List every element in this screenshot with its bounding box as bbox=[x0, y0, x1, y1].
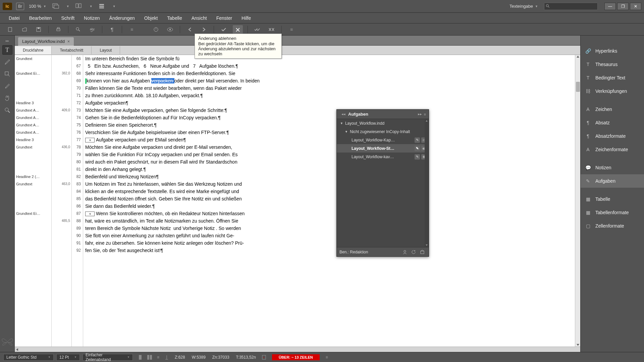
column-single-icon[interactable] bbox=[136, 354, 144, 361]
menu-schrift[interactable]: Schrift bbox=[56, 13, 79, 23]
search-input[interactable] bbox=[544, 3, 598, 10]
edit-icon[interactable]: ✎ bbox=[415, 154, 420, 160]
info-icon[interactable] bbox=[163, 354, 171, 361]
reject-all-icon[interactable] bbox=[267, 25, 277, 34]
panel-tab-absatzformate[interactable]: ¶Absatzformate bbox=[581, 129, 644, 143]
panel-tab-tabellenformate[interactable]: ▦Tabellenformate bbox=[581, 206, 644, 219]
maximize-button[interactable]: ❐ bbox=[617, 3, 629, 10]
text-line[interactable]: Sie dann das Bedienfeld wieder.¶ bbox=[85, 202, 575, 210]
close-button[interactable]: ✕ bbox=[630, 3, 641, 10]
text-line[interactable]: fahr, eine zu übersehen. Sie können kein… bbox=[85, 239, 575, 247]
menu-datei[interactable]: Datei bbox=[4, 13, 24, 23]
panel-tab-absatz[interactable]: ¶Absatz bbox=[581, 116, 644, 129]
text-line[interactable]: teren Bereich die Symbole Nächste Notiz … bbox=[85, 225, 575, 232]
text-line[interactable]: Gehen Sie in die Bedienfeldoptionen auf … bbox=[85, 114, 575, 121]
panel-tab-verknüpfungen[interactable]: ⛓Verknüpfungen bbox=[581, 84, 644, 98]
minimize-button[interactable]: — bbox=[604, 3, 616, 10]
hand-tool-icon[interactable] bbox=[2, 94, 12, 103]
zoom-tool-icon[interactable] bbox=[2, 106, 12, 115]
eyedropper-tool-icon[interactable] bbox=[2, 81, 12, 91]
view-options-dropdown-icon[interactable]: ▼ bbox=[113, 5, 116, 8]
vertical-scrollbar[interactable] bbox=[575, 55, 580, 347]
bridge-icon[interactable]: Br bbox=[16, 3, 24, 10]
text-line[interactable]: Um Notizen im Text zu hinterlassen, wähl… bbox=[85, 180, 575, 188]
text-line[interactable]: Möchten Sie eine Aufgabe verpacken und d… bbox=[85, 143, 575, 151]
open-icon[interactable] bbox=[19, 25, 30, 34]
panel-tab-bedingter text[interactable]: TBedingter Text bbox=[581, 71, 644, 84]
text-line[interactable]: Sie flott von einer Anmerkung zur nächst… bbox=[85, 232, 575, 239]
text-line[interactable]: zu Ihnen zurückkommt. Abb. 18.10 Aufgabe… bbox=[85, 92, 575, 99]
text-line[interactable]: direkt in den Anhang gelegt.¶ bbox=[85, 166, 575, 173]
reject-change-icon[interactable] bbox=[233, 25, 243, 34]
menu-hilfe[interactable]: Hilfe bbox=[237, 13, 256, 23]
text-line[interactable]: Möchten Sie eine Aufgabe verpacken, gehe… bbox=[85, 107, 575, 114]
next-change-icon[interactable] bbox=[199, 25, 209, 34]
toolbar-menu-icon[interactable]: ≡ bbox=[127, 25, 137, 34]
text-line[interactable]: wählen Sie die Funktion Für InCopy verpa… bbox=[85, 151, 575, 158]
text-line[interactable]: 5 Ein bzw. Auschecken, 6 Neue Aufgabe un… bbox=[85, 62, 575, 70]
panel-tab-tabelle[interactable]: ▦Tabelle bbox=[581, 192, 644, 206]
aufgaben-item[interactable]: Layout_Workflow-Kapitel✎▭ bbox=[337, 136, 429, 144]
text-line[interactable]: Im unteren Bereich finden Sie die Symbol… bbox=[85, 55, 575, 62]
show-changes-icon[interactable] bbox=[165, 25, 175, 34]
panel-tab-zellenformate[interactable]: ▢Zellenformate bbox=[581, 219, 644, 233]
panel-tab-thesaurus[interactable]: TThesaurus bbox=[581, 58, 644, 71]
scroll-down-icon[interactable] bbox=[426, 244, 428, 246]
disclosure-icon[interactable]: ▼ bbox=[340, 122, 343, 125]
type-tool-icon[interactable]: T bbox=[2, 45, 12, 55]
menu-fenster[interactable]: Fenster bbox=[212, 13, 237, 23]
panel-tab-zeichen[interactable]: AZeichen bbox=[581, 103, 644, 116]
spellcheck-icon[interactable]: abc bbox=[87, 25, 97, 34]
text-line[interactable]: können von hier aus Aufgaben verpacken o… bbox=[85, 77, 575, 84]
panel-tab-aufgaben[interactable]: ✎Aufgaben bbox=[581, 174, 644, 188]
text-column[interactable]: Im unteren Bereich finden Sie die Symbol… bbox=[83, 55, 575, 347]
panel-tab-hyperlinks[interactable]: 🔗Hyperlinks bbox=[581, 44, 644, 58]
text-line[interactable]: klicken an die entsprechende Textstelle.… bbox=[85, 188, 575, 195]
scroll-up-icon[interactable] bbox=[577, 56, 579, 58]
find-icon[interactable] bbox=[73, 25, 83, 34]
menu-objekt[interactable]: Objekt bbox=[140, 13, 162, 23]
text-line[interactable]: Sehr interessante Funktionen finden sich… bbox=[85, 70, 575, 77]
text-line[interactable]: ⎆Aufgabe verpacken und per EMail senden¶ bbox=[85, 136, 575, 143]
aufgaben-root[interactable]: ▼ Layout_Workflow.indd bbox=[337, 119, 429, 127]
menu-notizen[interactable]: Notizen bbox=[79, 13, 104, 23]
overset-icon[interactable]: + bbox=[260, 354, 268, 361]
menu-tabelle[interactable]: Tabelle bbox=[162, 13, 186, 23]
panel-collapse-icon[interactable]: ◂◂ bbox=[341, 112, 345, 116]
track-changes-toggle-icon[interactable] bbox=[151, 25, 161, 34]
tracked-deletion[interactable]: verpacken bbox=[151, 78, 174, 83]
position-tool-icon[interactable] bbox=[2, 69, 12, 79]
new-icon[interactable] bbox=[5, 25, 15, 34]
view-tab-druckfahne[interactable]: Druckfahne bbox=[15, 46, 52, 54]
column-double-icon[interactable] bbox=[146, 354, 154, 361]
scroll-thumb[interactable] bbox=[576, 82, 580, 92]
leading-selector[interactable]: Einfacher Zeilenabstand▼ bbox=[83, 354, 133, 361]
menu-ansicht[interactable]: Ansicht bbox=[187, 13, 212, 23]
text-line[interactable]: wird auch ein Paket geschnürt, nur in di… bbox=[85, 158, 575, 166]
paragraph-marks-icon[interactable]: ¶ bbox=[107, 25, 117, 34]
view-tab-layout[interactable]: Layout bbox=[92, 46, 120, 54]
size-selector[interactable]: 12 Pt▼ bbox=[56, 354, 80, 361]
panel-scrollbar[interactable] bbox=[425, 119, 429, 247]
update-icon[interactable] bbox=[410, 249, 417, 255]
scroll-left-icon[interactable] bbox=[16, 348, 18, 351]
horizontal-scrollbar[interactable] bbox=[15, 347, 580, 352]
aufgaben-item[interactable]: Layout_Workflow-kave-6…✎⊗ bbox=[337, 153, 429, 161]
panel-menu-icon[interactable]: ≡ bbox=[424, 112, 426, 116]
close-tab-icon[interactable]: × bbox=[67, 39, 70, 44]
disclosure-icon[interactable]: ▼ bbox=[345, 130, 348, 133]
view-options-icon[interactable] bbox=[99, 3, 106, 9]
scroll-down-icon[interactable] bbox=[577, 344, 579, 346]
text-line[interactable]: Definieren Sie einen Speicherort.¶ bbox=[85, 121, 575, 129]
font-selector[interactable]: Letter Gothic Std▼ bbox=[3, 354, 54, 361]
menu-aenderungen[interactable]: Änderungen bbox=[105, 13, 140, 23]
prev-change-icon[interactable] bbox=[185, 25, 195, 34]
collapse-icon[interactable]: ▸▸ bbox=[6, 39, 9, 43]
document-tab[interactable]: Layout_Workflow.indd × bbox=[18, 37, 74, 46]
panel-tab-notizen[interactable]: 💬Notizen bbox=[581, 161, 644, 174]
panel-tab-zeichenformate[interactable]: AZeichenformate bbox=[581, 143, 644, 156]
zoom-dropdown-icon[interactable]: ▼ bbox=[43, 5, 46, 8]
arrange-icon[interactable] bbox=[75, 3, 83, 9]
text-line[interactable]: Aufgabe verpacken¶ bbox=[85, 99, 575, 107]
workspace-dropdown-icon[interactable]: ▼ bbox=[535, 5, 538, 8]
